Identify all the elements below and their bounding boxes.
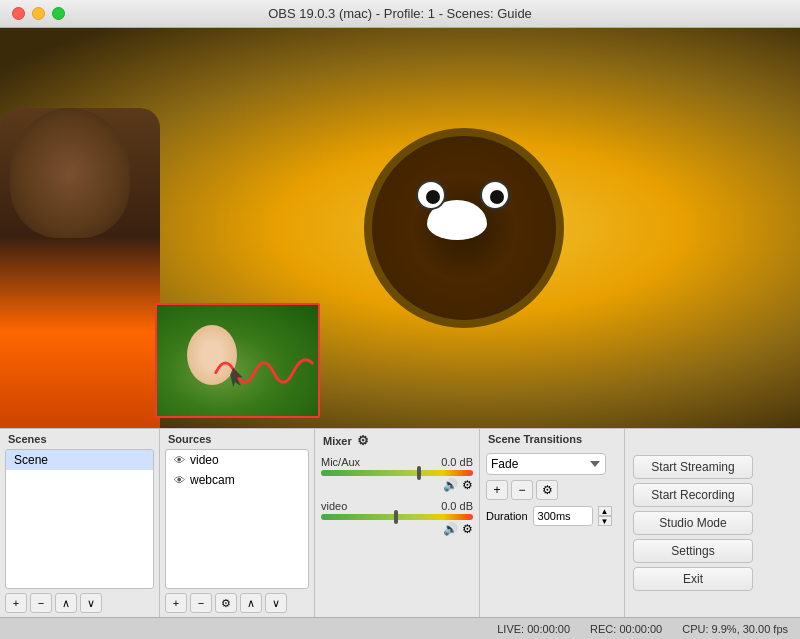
mixer-track2-name: video (321, 500, 347, 512)
sections-row: Scenes Scene + − ∧ ∨ Sources 👁 (0, 428, 800, 617)
start-recording-button[interactable]: Start Recording (633, 483, 753, 507)
mixer-track1-fader[interactable] (321, 470, 473, 476)
scenes-header: Scenes (0, 429, 159, 449)
transitions-icon-row: + − ⚙ (486, 480, 618, 500)
remove-transition-button[interactable]: − (511, 480, 533, 500)
mixer-track2-fader[interactable] (321, 514, 473, 520)
source-up-button[interactable]: ∧ (240, 593, 262, 613)
add-source-button[interactable]: + (165, 593, 187, 613)
scene-item-scene[interactable]: Scene (6, 450, 153, 470)
eye-icon-webcam: 👁 (174, 474, 185, 486)
duration-row: Duration ▲ ▼ (486, 506, 618, 526)
maximize-button[interactable] (52, 7, 65, 20)
settings-button[interactable]: Settings (633, 539, 753, 563)
scene-down-button[interactable]: ∨ (80, 593, 102, 613)
transitions-content: Fade Cut Swipe Slide + − ⚙ Duration ▲ ▼ (480, 449, 624, 530)
window-controls[interactable] (12, 7, 65, 20)
sources-header: Sources (160, 429, 314, 449)
mixer-track2-settings[interactable]: ⚙ (462, 522, 473, 536)
title-bar: OBS 19.0.3 (mac) - Profile: 1 - Scenes: … (0, 0, 800, 28)
source-webcam-label: webcam (190, 473, 235, 487)
scene-up-button[interactable]: ∧ (55, 593, 77, 613)
fader1-handle[interactable] (417, 466, 421, 480)
add-scene-button[interactable]: + (5, 593, 27, 613)
mixer-track1-labelrow: Mic/Aux 0.0 dB (321, 456, 473, 468)
transitions-section: Scene Transitions Fade Cut Swipe Slide +… (480, 429, 625, 617)
overlay-video-content (157, 305, 318, 416)
minimize-button[interactable] (32, 7, 45, 20)
eye-icon-video: 👁 (174, 454, 185, 466)
duration-up-button[interactable]: ▲ (598, 506, 612, 516)
controls-section: Start Streaming Start Recording Studio M… (625, 429, 800, 617)
source-down-button[interactable]: ∨ (265, 593, 287, 613)
scenes-section: Scenes Scene + − ∧ ∨ (0, 429, 160, 617)
source-settings-button[interactable]: ⚙ (215, 593, 237, 613)
sources-label: Sources (168, 433, 211, 445)
mixer-track-micaux: Mic/Aux 0.0 dB 🔊 ⚙ (315, 452, 479, 496)
duration-spinner[interactable]: ▲ ▼ (598, 506, 612, 526)
controls-buttons: Start Streaming Start Recording Studio M… (625, 449, 800, 597)
sunflower-center (364, 128, 564, 328)
mixer-track1-speaker[interactable]: 🔊 (443, 478, 458, 492)
transitions-header: Scene Transitions (480, 429, 624, 449)
mixer-track1-icons: 🔊 ⚙ (321, 478, 473, 492)
mixer-gear-icon[interactable]: ⚙ (357, 433, 369, 448)
mixer-track-video: video 0.0 dB 🔊 ⚙ (315, 496, 479, 540)
rec-label: REC: 00:00:00 (590, 623, 662, 635)
add-transition-button[interactable]: + (486, 480, 508, 500)
close-button[interactable] (12, 7, 25, 20)
mixer-label: Mixer (323, 435, 352, 447)
scenes-toolbar: + − ∧ ∨ (0, 589, 159, 617)
cpu-label: CPU: 9.9%, 30.00 fps (682, 623, 788, 635)
mixer-track1-settings[interactable]: ⚙ (462, 478, 473, 492)
exit-button[interactable]: Exit (633, 567, 753, 591)
live-label: LIVE: 00:00:00 (497, 623, 570, 635)
mixer-track1-name: Mic/Aux (321, 456, 360, 468)
transition-type-select[interactable]: Fade Cut Swipe Slide (486, 453, 606, 475)
duration-input[interactable] (533, 506, 593, 526)
mixer-header: Mixer ⚙ (315, 429, 479, 452)
remove-source-button[interactable]: − (190, 593, 212, 613)
sources-list: 👁 video 👁 webcam (165, 449, 309, 589)
source-video-label: video (190, 453, 219, 467)
start-streaming-button[interactable]: Start Streaming (633, 455, 753, 479)
remove-scene-button[interactable]: − (30, 593, 52, 613)
bottom-panel: Scenes Scene + − ∧ ∨ Sources 👁 (0, 428, 800, 639)
status-bar: LIVE: 00:00:00 REC: 00:00:00 CPU: 9.9%, … (0, 617, 800, 639)
fader2-handle[interactable] (394, 510, 398, 524)
scene-item-label: Scene (14, 453, 48, 467)
window-title: OBS 19.0.3 (mac) - Profile: 1 - Scenes: … (268, 6, 532, 21)
transition-settings-button[interactable]: ⚙ (536, 480, 558, 500)
mixer-track2-speaker[interactable]: 🔊 (443, 522, 458, 536)
scenes-label: Scenes (8, 433, 47, 445)
duration-down-button[interactable]: ▼ (598, 516, 612, 526)
preview-area (0, 28, 800, 428)
mixer-track2-db: 0.0 dB (441, 500, 473, 512)
transitions-label: Scene Transitions (488, 433, 582, 445)
mixer-section: Mixer ⚙ Mic/Aux 0.0 dB 🔊 ⚙ (315, 429, 480, 617)
mixer-track1-db: 0.0 dB (441, 456, 473, 468)
squiggle-drawing (157, 305, 318, 416)
googly-eye-right (480, 180, 510, 210)
googly-eye-left (416, 180, 446, 210)
sources-toolbar: + − ⚙ ∧ ∨ (160, 589, 314, 617)
studio-mode-button[interactable]: Studio Mode (633, 511, 753, 535)
mixer-track2-icons: 🔊 ⚙ (321, 522, 473, 536)
source-item-webcam[interactable]: 👁 webcam (166, 470, 308, 490)
source-item-video[interactable]: 👁 video (166, 450, 308, 470)
wookiee-head (10, 108, 130, 238)
overlay-video[interactable] (155, 303, 320, 418)
controls-header (625, 429, 800, 449)
preview-background (0, 28, 800, 428)
duration-label: Duration (486, 510, 528, 522)
sources-section: Sources 👁 video 👁 webcam + − ⚙ ∧ ∨ (160, 429, 315, 617)
wookiee-figure (0, 108, 160, 428)
scenes-list: Scene (5, 449, 154, 589)
svg-marker-0 (230, 368, 243, 387)
